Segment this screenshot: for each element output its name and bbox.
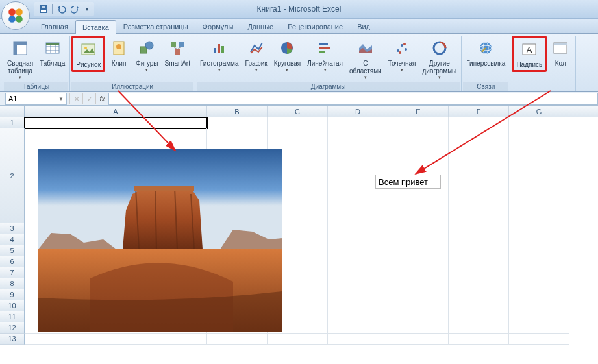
svg-point-2 [8,16,16,23]
svg-line-51 [416,91,551,174]
annotation-arrows [0,0,598,364]
svg-point-3 [16,16,23,23]
svg-line-50 [118,91,175,151]
office-logo-icon [7,7,24,24]
office-button[interactable] [1,1,30,30]
svg-point-1 [16,8,23,16]
svg-point-0 [8,8,16,16]
